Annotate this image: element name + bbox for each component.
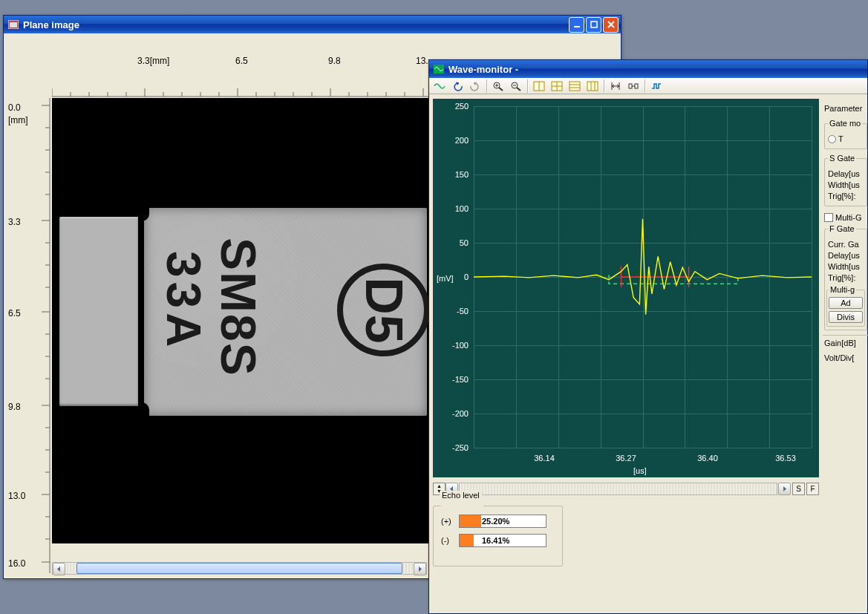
zoom-out-icon[interactable]: [508, 79, 524, 93]
wave-window-icon: [433, 63, 445, 75]
plane-window-title: Plane image: [23, 19, 569, 30]
f-gate-legend: F Gate: [828, 224, 856, 233]
maximize-button[interactable]: [586, 17, 601, 33]
f-gate-button[interactable]: F: [806, 483, 819, 495]
y-tick: 200: [455, 136, 469, 145]
delay-label: Delay[us: [828, 169, 864, 178]
layout-c-icon[interactable]: [567, 79, 583, 93]
layout-b-icon[interactable]: [549, 79, 565, 93]
ruler-left-ticks: [37, 98, 50, 543]
ruler-top-ticks: [52, 84, 431, 97]
s-gate-button[interactable]: S: [792, 483, 805, 495]
ruler-left-unit: [mm]: [8, 115, 28, 125]
wave-toolbar: [429, 78, 867, 94]
undo-icon[interactable]: [449, 79, 466, 93]
ruler-left-label: 16.0: [8, 558, 25, 569]
curr-ga-label: Curr. Ga: [828, 240, 864, 249]
f-gate-group: F Gate Curr. Ga Delay[us Width[us Trig[%…: [824, 224, 867, 330]
scroll-right-button[interactable]: [414, 563, 426, 575]
wave-window-titlebar[interactable]: Wave-monitor -: [429, 60, 867, 78]
plane-image-area[interactable]: SM8S 33A D5: [52, 98, 431, 543]
scroll-thumb[interactable]: [76, 563, 402, 574]
plane-window-icon: [7, 19, 19, 30]
gain-label: Gain[dB]: [824, 339, 867, 347]
signal-toggle-icon[interactable]: [648, 79, 665, 93]
divis-button[interactable]: Divis: [829, 311, 863, 323]
gate-caliper-icon[interactable]: [625, 79, 642, 93]
gate-mode-legend: Gate mo: [828, 119, 862, 128]
x-tick: 36.53: [775, 454, 796, 463]
echo-positive-row: (+) 25.20%: [441, 515, 555, 528]
ruler-left-label: 13.0: [8, 491, 25, 501]
width-label: Width[us: [828, 180, 864, 189]
echo-neg-value: 16.41%: [482, 535, 509, 546]
echo-level-title: Echo level: [440, 491, 482, 500]
svg-rect-3: [591, 22, 597, 27]
parameter-panel: Parameter Gate mo T S Gate Delay[us Widt…: [823, 99, 868, 485]
y-tick: 50: [460, 238, 469, 247]
multi-g-subgroup: Multi-g Ad Divis: [826, 285, 865, 327]
zoom-in-icon[interactable]: [490, 79, 506, 93]
chip-marking-line2: 33A: [156, 251, 211, 351]
s-gate-group: S Gate Delay[us Width[us Trig[%]:: [824, 154, 867, 206]
svg-line-54: [517, 88, 521, 91]
scroll-track[interactable]: [459, 483, 777, 495]
y-tick: 150: [455, 170, 469, 179]
svg-rect-71: [635, 84, 638, 88]
chip-image: SM8S 33A D5: [59, 217, 427, 416]
y-tick: 250: [455, 102, 469, 111]
y-tick: -50: [457, 307, 469, 316]
ruler-top-label: 3.3[mm]: [137, 56, 169, 66]
gate-mode-group: Gate mo T: [824, 119, 867, 149]
wave-plot-area[interactable]: [mV] 250 200 150 100 50 0 -50 -100 -150 …: [433, 99, 819, 477]
scroll-left-button[interactable]: [53, 563, 65, 575]
s-gate-legend: S Gate: [828, 154, 856, 163]
layout-d-icon[interactable]: [584, 79, 601, 93]
ruler-left-label: 6.5: [8, 308, 21, 319]
ruler-left-label: 3.3: [8, 217, 21, 227]
delay-label: Delay[us: [828, 251, 864, 260]
y-tick: 0: [464, 272, 469, 281]
svg-rect-2: [574, 26, 580, 27]
y-tick: -150: [452, 375, 469, 384]
plane-horizontal-scrollbar[interactable]: [52, 562, 427, 575]
y-tick: -250: [452, 443, 469, 452]
redo-icon[interactable]: [467, 79, 483, 93]
echo-level-group: Echo level (+) 25.20% (-) 16.41%: [433, 501, 563, 566]
y-tick: -200: [452, 409, 469, 418]
scroll-right-button[interactable]: [778, 483, 791, 495]
gate-mode-radio-t[interactable]: T: [828, 134, 843, 143]
close-button[interactable]: [603, 17, 619, 33]
ruler-top-label: 9.8: [328, 56, 341, 66]
ruler-left-label: 0.0: [8, 102, 21, 113]
chip-date-code-circle: D5: [337, 264, 430, 356]
wave-window-title: Wave-monitor -: [448, 64, 865, 75]
x-tick: 36.27: [616, 454, 636, 463]
plane-window-titlebar[interactable]: Plane image: [4, 16, 621, 33]
trig-label: Trig[%]:: [828, 273, 864, 282]
gate-range-icon[interactable]: [607, 79, 624, 93]
add-button[interactable]: Ad: [829, 297, 863, 309]
minimize-button[interactable]: [569, 17, 584, 33]
echo-negative-row: (-) 16.41%: [441, 534, 555, 547]
ruler-top-label: 6.5: [235, 56, 248, 66]
voltdiv-label: Volt/Div[: [824, 353, 867, 362]
echo-pos-value: 25.20%: [482, 515, 509, 527]
parameter-header: Parameter: [824, 104, 867, 113]
y-axis-unit: [mV]: [437, 274, 454, 283]
layout-a-icon[interactable]: [531, 79, 547, 93]
trig-label: Trig[%]:: [828, 192, 864, 200]
svg-line-50: [499, 88, 503, 91]
chip-date-code: D5: [353, 277, 413, 343]
chip-marking-line1: SM8S: [210, 238, 267, 377]
scroll-track[interactable]: [65, 563, 414, 574]
x-axis-unit: [us]: [633, 466, 647, 475]
svg-rect-1: [10, 22, 17, 27]
y-tick: 100: [455, 204, 469, 213]
svg-rect-64: [587, 82, 598, 91]
waveform-icon[interactable]: [431, 79, 448, 93]
ruler-top-label: 13.: [416, 56, 428, 66]
echo-neg-label: (-): [441, 536, 454, 545]
multi-checkbox[interactable]: Multi-G: [824, 213, 861, 222]
wave-horizontal-scroll: ▲▼ S F: [433, 482, 819, 495]
